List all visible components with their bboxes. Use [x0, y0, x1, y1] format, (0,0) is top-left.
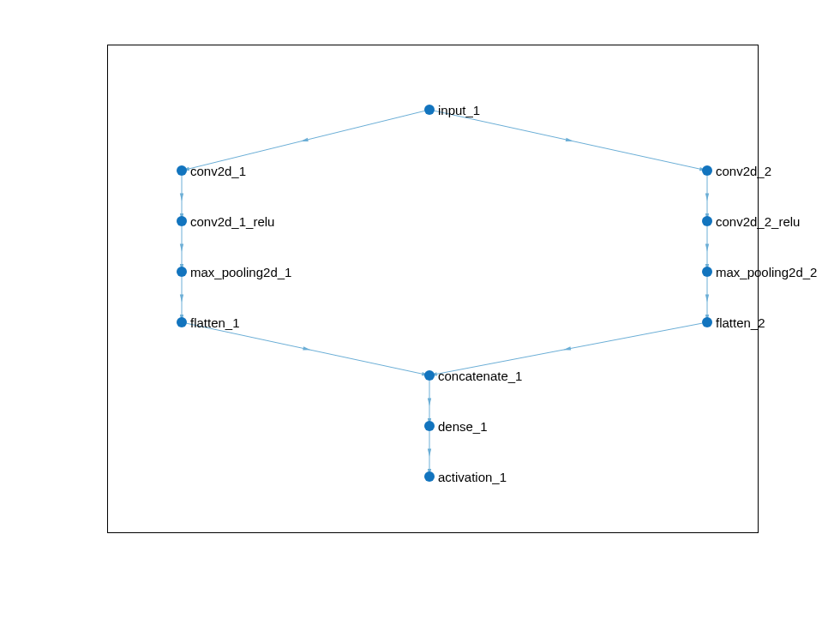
node-label: flatten_2 — [716, 315, 765, 330]
node-label: flatten_1 — [190, 315, 240, 330]
node-dot[interactable] — [424, 370, 435, 381]
node-label: conv2d_1_relu — [190, 214, 274, 229]
node-dot[interactable] — [702, 165, 712, 176]
node-dot[interactable] — [702, 267, 712, 277]
node-dot[interactable] — [424, 105, 435, 115]
node-label: concatenate_1 — [438, 369, 522, 383]
node-dot[interactable] — [702, 317, 712, 327]
node-dot[interactable] — [177, 267, 187, 277]
node-label: max_pooling2d_1 — [190, 265, 291, 279]
node-label: conv2d_2_relu — [716, 214, 800, 229]
node-dot[interactable] — [424, 471, 435, 482]
node-dot[interactable] — [177, 216, 187, 226]
axes-border — [107, 45, 759, 533]
node-label: dense_1 — [438, 419, 488, 434]
node-dot[interactable] — [177, 165, 187, 176]
node-label: input_1 — [438, 103, 480, 117]
node-dot[interactable] — [702, 216, 712, 226]
node-label: activation_1 — [438, 470, 507, 484]
node-dot[interactable] — [177, 317, 187, 327]
node-label: conv2d_1 — [190, 164, 246, 178]
figure-canvas: input_1conv2d_1conv2d_2conv2d_1_reluconv… — [0, 0, 840, 630]
node-label: conv2d_2 — [716, 164, 771, 178]
node-dot[interactable] — [424, 421, 435, 431]
node-label: max_pooling2d_2 — [716, 265, 817, 279]
